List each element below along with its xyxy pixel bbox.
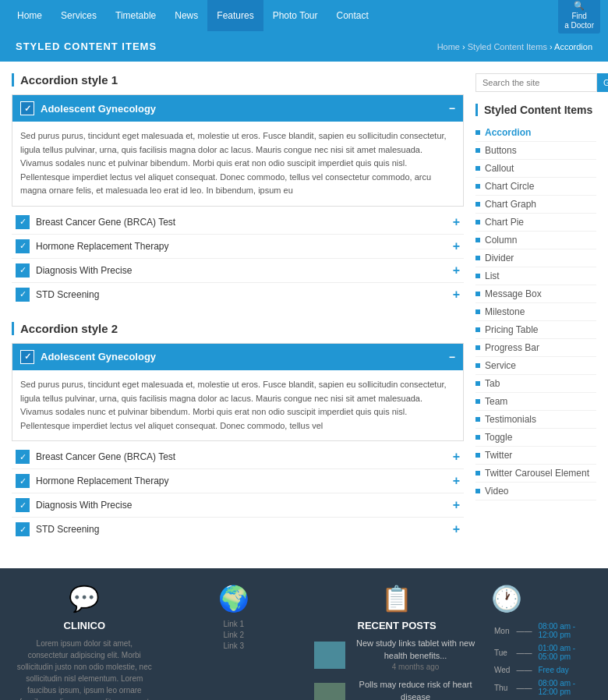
sub-item-3[interactable]: Diagnosis With Precise + <box>12 259 464 283</box>
sidebar-link-service[interactable]: Service <box>485 360 516 371</box>
sidebar-link-chart-pie[interactable]: Chart Pie <box>485 217 524 228</box>
sidebar-link-chart-graph[interactable]: Chart Graph <box>485 199 536 210</box>
sidebar-link-milestone[interactable]: Milestone <box>485 306 525 317</box>
sub-item-1[interactable]: Breast Cancer Gene (BRCA) Test + <box>12 210 464 235</box>
sidebar-link-pricing-table[interactable]: Pricing Table <box>485 324 538 335</box>
sidebar-link-twitter-carousel[interactable]: Twitter Carousel Element <box>485 468 589 479</box>
sidebar-link-video[interactable]: Video <box>485 486 508 497</box>
sidebar-link-list[interactable]: List <box>485 270 500 281</box>
sidebar-bullet <box>475 184 480 189</box>
sidebar-item-chart-circle[interactable]: Chart Circle <box>475 178 596 196</box>
nav-news[interactable]: News <box>165 0 207 31</box>
sidebar-item-toggle[interactable]: Toggle <box>475 429 596 447</box>
sidebar-item-callout[interactable]: Callout <box>475 160 596 178</box>
sidebar-item-accordion[interactable]: Accordion <box>475 124 596 142</box>
sidebar-item-pricing-table[interactable]: Pricing Table <box>475 321 596 339</box>
sub2-item-4[interactable]: STD Screening + <box>12 518 464 541</box>
accordion2-main-label: Adolescent Gynecology <box>41 351 156 362</box>
sidebar-link-toggle[interactable]: Toggle <box>485 432 512 443</box>
sidebar-bullet <box>475 148 480 153</box>
sidebar-link-buttons[interactable]: Buttons <box>485 145 517 156</box>
plus-icon-2[interactable]: + <box>453 239 460 253</box>
search-input[interactable] <box>475 73 597 92</box>
search-button[interactable]: GO <box>597 73 608 92</box>
sidebar-item-tab[interactable]: Tab <box>475 375 596 393</box>
nav-features[interactable]: Features <box>207 0 263 31</box>
plus2-icon-1[interactable]: + <box>453 450 460 464</box>
sub2-item-1[interactable]: Breast Cancer Gene (BRCA) Test + <box>12 445 464 469</box>
sub-check-icon-3 <box>16 263 30 278</box>
plus2-icon-2[interactable]: + <box>453 474 460 488</box>
post-title-1[interactable]: New study links tablet with new health b… <box>356 638 475 659</box>
sidebar-link-divider[interactable]: Divider <box>485 253 514 263</box>
accordion-main-header[interactable]: ✓ Adolescent Gynecology − <box>12 95 463 122</box>
post-title-2[interactable]: Polls may reduce risk of heart disease <box>359 680 472 700</box>
plus-icon-1[interactable]: + <box>453 215 460 229</box>
sub-item-label-2: Hormone Replacement Therapy <box>36 241 169 252</box>
accordion-style2-title: Accordion style 2 <box>12 322 464 335</box>
sidebar-item-chart-pie[interactable]: Chart Pie <box>475 214 596 232</box>
sidebar-link-column[interactable]: Column <box>485 235 517 246</box>
nav-home[interactable]: Home <box>8 0 51 31</box>
breadcrumb-home[interactable]: Home <box>437 42 460 51</box>
sidebar-item-buttons[interactable]: Buttons <box>475 142 596 160</box>
sidebar-item-divider[interactable]: Divider <box>475 249 596 267</box>
accordion2-main-item[interactable]: ✓ Adolescent Gynecology − Sed purus puru… <box>12 343 464 441</box>
sub-check-icon-4 <box>16 288 30 302</box>
schedule-row: Thu——08:00 am - 12:00 pm <box>491 677 592 698</box>
sidebar-item-milestone[interactable]: Milestone <box>475 303 596 321</box>
sidebar-bullet <box>475 202 480 207</box>
accordion2-main-header[interactable]: ✓ Adolescent Gynecology − <box>12 344 463 370</box>
sub2-item-2[interactable]: Hormone Replacement Therapy + <box>12 469 464 493</box>
footer-link-2[interactable]: Link 2 <box>165 631 303 639</box>
sidebar-link-callout[interactable]: Callout <box>485 163 514 174</box>
sidebar-link-accordion[interactable]: Accordion <box>485 127 531 138</box>
sub2-check-icon-1 <box>16 450 30 464</box>
navigation: Home Services Timetable News Features Ph… <box>0 0 608 31</box>
sub-item-4[interactable]: STD Screening + <box>12 283 464 306</box>
breadcrumb-styled-content[interactable]: Styled Content Items <box>468 42 547 51</box>
find-doctor-button[interactable]: 🔍 Find a Doctor <box>558 0 600 34</box>
footer-inner: 💬 CLINICO Lorem ipsum dolor sit amet, co… <box>16 584 592 700</box>
sidebar-item-team[interactable]: Team <box>475 393 596 411</box>
right-sidebar: GO Styled Content Items Accordion Button… <box>475 73 596 557</box>
nav-photo-tour[interactable]: Photo Tour <box>263 0 327 31</box>
plus-icon-4[interactable]: + <box>453 288 460 302</box>
sidebar-item-progress-bar[interactable]: Progress Bar <box>475 339 596 357</box>
sidebar-item-chart-graph[interactable]: Chart Graph <box>475 196 596 214</box>
sub2-item-label-1: Breast Cancer Gene (BRCA) Test <box>36 451 175 462</box>
sidebar-item-message-box[interactable]: Message Box <box>475 285 596 303</box>
sidebar-link-twitter[interactable]: Twitter <box>485 450 512 461</box>
nav-timetable[interactable]: Timetable <box>106 0 165 31</box>
nav-services[interactable]: Services <box>51 0 106 31</box>
accordion-main-label: Adolescent Gynecology <box>41 103 156 115</box>
sidebar-link-testimonials[interactable]: Testimonials <box>485 414 536 425</box>
schedule-row: Mon——08:00 am - 12:00 pm <box>491 620 592 642</box>
sidebar-item-list[interactable]: List <box>475 267 596 285</box>
sidebar-bullet <box>475 399 480 404</box>
sidebar-link-message-box[interactable]: Message Box <box>485 288 542 299</box>
sidebar-item-twitter[interactable]: Twitter <box>475 447 596 465</box>
accordion-main-item[interactable]: ✓ Adolescent Gynecology − Sed purus puru… <box>12 94 464 207</box>
sidebar-link-tab[interactable]: Tab <box>485 378 500 389</box>
sidebar-link-progress-bar[interactable]: Progress Bar <box>485 342 539 353</box>
sidebar-item-column[interactable]: Column <box>475 232 596 249</box>
accordion2-sub-items: Breast Cancer Gene (BRCA) Test + Hormone… <box>12 445 464 541</box>
sidebar-item-testimonials[interactable]: Testimonials <box>475 411 596 429</box>
sidebar-link-chart-circle[interactable]: Chart Circle <box>485 181 534 192</box>
sidebar-item-twitter-carousel[interactable]: Twitter Carousel Element <box>475 465 596 483</box>
footer-link-3[interactable]: Link 3 <box>165 642 303 650</box>
plus-icon-3[interactable]: + <box>453 263 460 278</box>
sub-check-icon-2 <box>16 239 30 253</box>
plus2-icon-4[interactable]: + <box>453 522 460 536</box>
sub-item-2[interactable]: Hormone Replacement Therapy + <box>12 235 464 259</box>
nav-contact[interactable]: Contact <box>327 0 377 31</box>
sidebar-item-service[interactable]: Service <box>475 357 596 375</box>
plus2-icon-3[interactable]: + <box>453 498 460 512</box>
footer-link-1[interactable]: Link 1 <box>165 620 303 628</box>
sidebar-item-video[interactable]: Video <box>475 483 596 500</box>
sidebar-link-team[interactable]: Team <box>485 396 507 407</box>
sub2-item-3[interactable]: Diagnosis With Precise + <box>12 493 464 518</box>
sidebar-bullet <box>475 489 480 493</box>
sidebar-bullet <box>475 166 480 171</box>
